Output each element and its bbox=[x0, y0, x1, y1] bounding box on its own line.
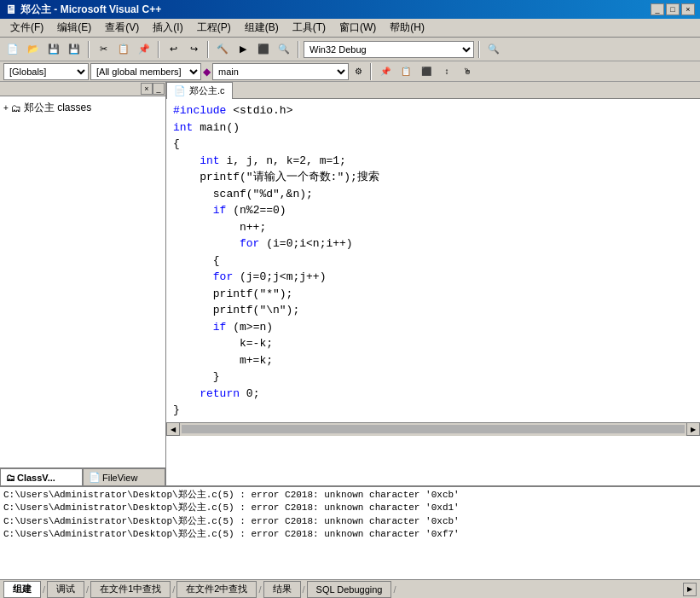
output-line-1: C:\Users\Administrator\Desktop\郑公主.c(5) … bbox=[3, 489, 697, 502]
tab-find1[interactable]: 在文件1中查找 bbox=[90, 581, 171, 598]
output-line-2: C:\Users\Administrator\Desktop\郑公主.c(5) … bbox=[3, 502, 697, 514]
menu-tools[interactable]: 工具(T) bbox=[286, 19, 333, 37]
code-editor[interactable]: 📄 郑公主.c #include <stdio.h> int main() { … bbox=[166, 82, 700, 485]
output-panel: C:\Users\Administrator\Desktop\郑公主.c(5) … bbox=[0, 485, 700, 579]
toolbar-separator-2 bbox=[158, 41, 159, 58]
code-tab-main[interactable]: 📄 郑公主.c bbox=[166, 82, 233, 99]
new-file-button[interactable]: 📄 bbox=[3, 40, 22, 59]
scroll-left-arrow[interactable]: ◀ bbox=[166, 422, 180, 436]
tab-find2[interactable]: 在文件2中查找 bbox=[176, 581, 257, 598]
menu-bar: 文件(F) 编辑(E) 查看(V) 插入(I) 工程(P) 组建(B) 工具(T… bbox=[0, 19, 700, 38]
function-dropdown[interactable]: main bbox=[212, 63, 349, 80]
code-content[interactable]: #include <stdio.h> int main() { int i, j… bbox=[166, 99, 700, 422]
if2-keyword: if bbox=[213, 321, 227, 334]
title-bar: 🖥 郑公主 - Microsoft Visual C++ _ □ × bbox=[0, 0, 700, 19]
include-keyword: #include bbox=[173, 104, 226, 117]
tree-item-label: 郑公主 classes bbox=[24, 101, 91, 115]
sidebar-header: × _ bbox=[0, 82, 165, 96]
toolbar-separator-1 bbox=[88, 41, 90, 58]
tab-debug[interactable]: 调试 bbox=[47, 581, 84, 598]
code-file-icon: 📄 bbox=[174, 85, 186, 96]
menu-edit[interactable]: 编辑(E) bbox=[50, 19, 98, 37]
sidebar-min-button[interactable]: _ bbox=[153, 83, 165, 95]
tree-item-root[interactable]: + 🗂 郑公主 classes bbox=[3, 100, 162, 116]
app-icon: 🖥 bbox=[5, 3, 17, 16]
scroll-track[interactable] bbox=[182, 425, 685, 433]
config-dropdown[interactable]: Win32 Debug bbox=[304, 41, 474, 58]
fileview-icon: 📄 bbox=[89, 472, 101, 483]
if-keyword: if bbox=[213, 204, 227, 217]
menu-file[interactable]: 文件(F) bbox=[3, 19, 50, 37]
code-tab-bar: 📄 郑公主.c bbox=[166, 82, 700, 99]
return-keyword: return bbox=[200, 387, 240, 400]
app-title: 郑公主 - Microsoft Visual C++ bbox=[20, 3, 161, 17]
int-keyword: int bbox=[173, 121, 193, 134]
toolbar2-btn2[interactable]: 📋 bbox=[396, 62, 415, 81]
sidebar: × _ + 🗂 郑公主 classes 🗂 ClassV... 📄 FileVi… bbox=[0, 82, 166, 485]
for2-keyword: for bbox=[213, 270, 233, 283]
main-toolbar: 📄 📂 💾 💾 ✂ 📋 📌 ↩ ↪ 🔨 ▶ ⬛ 🔍 Win32 Debug 🔍 bbox=[0, 38, 700, 61]
build-button[interactable]: 🔨 bbox=[213, 40, 232, 59]
run-button[interactable]: ▶ bbox=[234, 40, 252, 59]
tab-build[interactable]: 组建 bbox=[3, 581, 41, 598]
classview-icon: 🗂 bbox=[6, 473, 15, 483]
menu-insert[interactable]: 插入(I) bbox=[146, 19, 189, 37]
tab-separator-5: / bbox=[301, 584, 307, 595]
tab-separator-4: / bbox=[257, 584, 263, 595]
code-tab-label: 郑公主.c bbox=[189, 84, 225, 97]
undo-button[interactable]: ↩ bbox=[164, 40, 182, 59]
int2-keyword: int bbox=[200, 154, 219, 167]
tab-separator-2: / bbox=[84, 584, 90, 595]
menu-project[interactable]: 工程(P) bbox=[190, 19, 238, 37]
sidebar-tab-classview[interactable]: 🗂 ClassV... bbox=[0, 468, 83, 485]
diamond-icon: ◆ bbox=[203, 66, 211, 78]
menu-build[interactable]: 组建(B) bbox=[238, 19, 286, 37]
sidebar-close-button[interactable]: × bbox=[141, 83, 153, 95]
toolbar2-btn1[interactable]: 📌 bbox=[376, 62, 395, 81]
toolbar2-btn5[interactable]: 🖱 bbox=[458, 62, 477, 81]
sidebar-tab-fileview[interactable]: 📄 FileView bbox=[83, 468, 165, 485]
tabs-scroll-right[interactable]: ▶ bbox=[683, 583, 697, 596]
expand-icon: + bbox=[3, 103, 9, 113]
function-settings-button[interactable]: ⚙ bbox=[350, 64, 366, 79]
copy-button[interactable]: 📋 bbox=[114, 40, 133, 59]
close-button[interactable]: × bbox=[681, 3, 695, 15]
toolbar2-separator bbox=[370, 63, 372, 80]
maximize-button[interactable]: □ bbox=[666, 3, 680, 15]
globals-dropdown[interactable]: [Globals] bbox=[3, 63, 89, 80]
toolbar2-btn4[interactable]: ↕ bbox=[437, 62, 456, 81]
menu-view[interactable]: 查看(V) bbox=[98, 19, 146, 37]
scroll-right-arrow[interactable]: ▶ bbox=[686, 422, 700, 436]
secondary-toolbar: [Globals] [All global members] ◆ main ⚙ … bbox=[0, 61, 700, 82]
menu-window[interactable]: 窗口(W) bbox=[333, 19, 383, 37]
debug-button[interactable]: 🔍 bbox=[275, 40, 293, 59]
folder-icon: 🗂 bbox=[11, 102, 21, 114]
cut-button[interactable]: ✂ bbox=[94, 40, 113, 59]
menu-help[interactable]: 帮助(H) bbox=[383, 19, 431, 37]
save-button[interactable]: 💾 bbox=[44, 40, 63, 59]
paste-button[interactable]: 📌 bbox=[135, 40, 153, 59]
save-all-button[interactable]: 💾 bbox=[65, 40, 84, 59]
output-line-3: C:\Users\Administrator\Desktop\郑公主.c(5) … bbox=[3, 515, 697, 528]
stop-button[interactable]: ⬛ bbox=[254, 40, 273, 59]
toolbar-separator-4 bbox=[298, 41, 299, 58]
tab-separator-6: / bbox=[391, 584, 397, 595]
for-keyword: for bbox=[240, 237, 259, 250]
search-button[interactable]: 🔍 bbox=[484, 40, 503, 59]
tab-separator-3: / bbox=[171, 584, 176, 595]
tab-separator-1: / bbox=[41, 584, 47, 595]
open-button[interactable]: 📂 bbox=[24, 40, 43, 59]
editor-area: × _ + 🗂 郑公主 classes 🗂 ClassV... 📄 FileVi… bbox=[0, 82, 700, 485]
toolbar2-btn3[interactable]: ⬛ bbox=[417, 62, 436, 81]
redo-button[interactable]: ↪ bbox=[184, 40, 203, 59]
members-dropdown[interactable]: [All global members] bbox=[90, 63, 201, 80]
minimize-button[interactable]: _ bbox=[651, 3, 664, 15]
bottom-tabs: 组建 / 调试 / 在文件1中查找 / 在文件2中查找 / 结果 / SQL D… bbox=[0, 579, 700, 598]
sidebar-tabs: 🗂 ClassV... 📄 FileView bbox=[0, 467, 165, 485]
tab-sql[interactable]: SQL Debugging bbox=[307, 581, 392, 598]
tab-results[interactable]: 结果 bbox=[263, 581, 301, 598]
toolbar-separator-5 bbox=[478, 41, 480, 58]
sidebar-content: + 🗂 郑公主 classes bbox=[0, 96, 165, 467]
horizontal-scrollbar[interactable]: ◀ ▶ bbox=[166, 422, 700, 436]
title-bar-left: 🖥 郑公主 - Microsoft Visual C++ bbox=[5, 3, 161, 17]
